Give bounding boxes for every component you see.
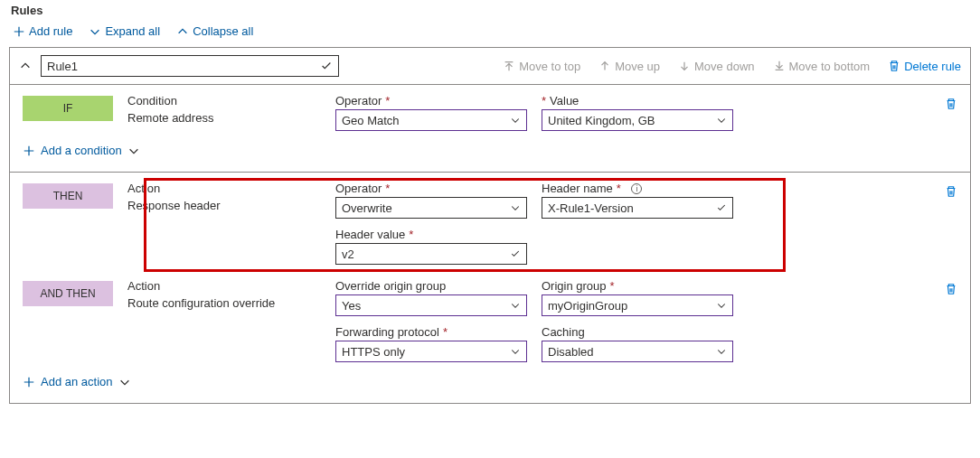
delete-action-button[interactable] bbox=[945, 185, 957, 201]
required-marker: * bbox=[385, 182, 390, 195]
origin-group-value: myOriginGroup bbox=[548, 299, 627, 313]
delete-rule-button[interactable]: Delete rule bbox=[888, 60, 961, 73]
forwarding-value: HTTPS only bbox=[342, 345, 405, 359]
chevron-down-icon bbox=[716, 300, 727, 311]
value-select[interactable]: United Kingdom, GB bbox=[542, 109, 733, 131]
caching-select[interactable]: Disabled bbox=[542, 341, 733, 362]
operator-value: Geo Match bbox=[342, 114, 400, 127]
move-up-label: Move up bbox=[615, 60, 660, 73]
info-icon[interactable]: i bbox=[631, 183, 642, 194]
chevron-down-icon bbox=[127, 145, 140, 157]
add-action-button[interactable]: Add an action bbox=[23, 375, 957, 388]
add-rule-button[interactable]: Add rule bbox=[13, 24, 72, 38]
then-operator-value: Overwrite bbox=[342, 201, 392, 215]
chevron-down-icon bbox=[89, 25, 101, 38]
andthen-action-value: Route configuration override bbox=[127, 296, 321, 310]
operator-select[interactable]: Geo Match bbox=[335, 109, 527, 131]
header-name-input[interactable]: X-Rule1-Version bbox=[542, 197, 733, 219]
chevron-down-icon bbox=[510, 346, 521, 357]
required-marker: * bbox=[610, 279, 615, 293]
caching-value: Disabled bbox=[548, 345, 594, 359]
add-action-label: Add an action bbox=[41, 375, 113, 388]
forwarding-label: Forwarding protocol bbox=[335, 325, 439, 339]
rule-name-value: Rule1 bbox=[47, 60, 78, 73]
header-value-input[interactable]: v2 bbox=[335, 243, 527, 265]
condition-label: Condition bbox=[127, 94, 321, 107]
action-value: Response header bbox=[127, 199, 321, 212]
plus-icon bbox=[23, 376, 35, 388]
then-operator-select[interactable]: Overwrite bbox=[335, 197, 527, 219]
move-down-button: Move down bbox=[678, 60, 754, 73]
delete-action-button[interactable] bbox=[945, 283, 957, 298]
delete-condition-button[interactable] bbox=[945, 98, 957, 113]
collapse-all-label: Collapse all bbox=[193, 24, 253, 38]
trash-icon bbox=[945, 98, 957, 110]
required-marker: * bbox=[409, 228, 413, 241]
header-value-label: Header value bbox=[335, 228, 405, 241]
override-select[interactable]: Yes bbox=[335, 294, 527, 316]
trash-icon bbox=[945, 185, 957, 198]
header-value-value: v2 bbox=[342, 248, 354, 261]
move-top-label: Move to top bbox=[519, 60, 580, 73]
add-condition-button[interactable]: Add a condition bbox=[23, 144, 957, 157]
expand-all-label: Expand all bbox=[105, 24, 160, 38]
chevron-down-icon bbox=[510, 115, 521, 126]
move-top-icon bbox=[503, 60, 515, 72]
action-label: Action bbox=[127, 182, 321, 195]
collapse-rule-icon[interactable] bbox=[19, 60, 32, 72]
move-bottom-label: Move to bottom bbox=[789, 60, 871, 73]
value-value: United Kingdom, GB bbox=[548, 114, 655, 127]
trash-icon bbox=[888, 60, 900, 72]
check-icon bbox=[510, 248, 521, 259]
chevron-down-icon bbox=[510, 300, 521, 311]
add-condition-label: Add a condition bbox=[41, 144, 122, 157]
plus-icon bbox=[13, 25, 25, 38]
rules-toolbar: Add rule Expand all Collapse all bbox=[9, 24, 971, 38]
move-to-bottom-button: Move to bottom bbox=[773, 60, 871, 73]
andthen-action-label: Action bbox=[127, 279, 321, 293]
plus-icon bbox=[23, 145, 35, 157]
if-section: IF Condition Remote address Operator * G… bbox=[10, 85, 970, 173]
origin-group-select[interactable]: myOriginGroup bbox=[542, 294, 733, 316]
origin-group-label: Origin group bbox=[542, 279, 607, 293]
rule-header: Rule1 Move to top Move up Move down Move… bbox=[10, 48, 970, 85]
required-marker: * bbox=[443, 325, 448, 339]
expand-all-button[interactable]: Expand all bbox=[89, 24, 160, 38]
required-marker: * bbox=[542, 94, 546, 107]
move-down-icon bbox=[678, 60, 691, 72]
add-rule-label: Add rule bbox=[29, 24, 72, 38]
chevron-down-icon bbox=[510, 202, 521, 213]
header-name-value: X-Rule1-Version bbox=[548, 201, 634, 215]
collapse-all-button[interactable]: Collapse all bbox=[176, 24, 253, 38]
operator-label: Operator bbox=[335, 94, 382, 107]
required-marker: * bbox=[617, 182, 621, 195]
chevron-down-icon bbox=[716, 115, 727, 126]
move-up-button: Move up bbox=[598, 60, 660, 73]
page-title: Rules bbox=[11, 4, 971, 17]
and-then-badge: AND THEN bbox=[23, 281, 113, 306]
move-down-label: Move down bbox=[694, 60, 754, 73]
chevron-down-icon bbox=[118, 376, 131, 388]
value-label: Value bbox=[550, 94, 579, 107]
move-up-icon bbox=[598, 60, 611, 72]
move-to-top-button: Move to top bbox=[503, 60, 580, 73]
caching-label: Caching bbox=[542, 325, 733, 339]
rule-panel: Rule1 Move to top Move up Move down Move… bbox=[9, 47, 971, 404]
if-badge: IF bbox=[23, 96, 113, 121]
override-value: Yes bbox=[342, 299, 361, 313]
then-operator-label: Operator bbox=[335, 182, 382, 195]
rule-name-input[interactable]: Rule1 bbox=[41, 55, 339, 77]
condition-value: Remote address bbox=[127, 111, 321, 125]
header-name-label: Header name bbox=[542, 182, 613, 195]
override-label: Override origin group bbox=[335, 279, 527, 293]
chevron-down-icon bbox=[716, 346, 727, 357]
trash-icon bbox=[945, 283, 957, 295]
delete-rule-label: Delete rule bbox=[904, 60, 961, 73]
chevron-up-icon bbox=[176, 25, 189, 38]
check-icon bbox=[320, 60, 333, 72]
required-marker: * bbox=[385, 94, 390, 107]
then-section: THEN Action Response header Operator * O… bbox=[10, 173, 970, 403]
check-icon bbox=[716, 202, 727, 213]
forwarding-select[interactable]: HTTPS only bbox=[335, 341, 527, 362]
move-bottom-icon bbox=[773, 60, 786, 72]
